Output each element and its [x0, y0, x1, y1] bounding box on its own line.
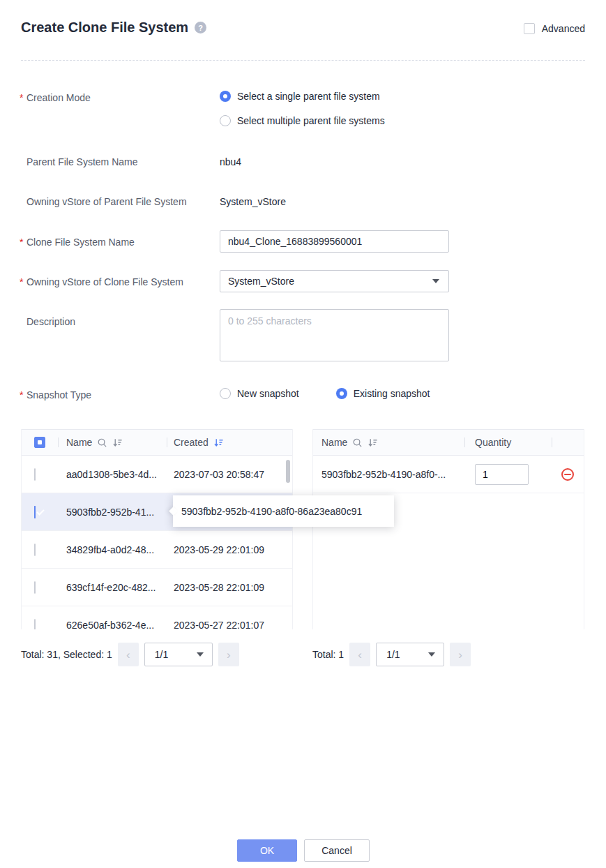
- clone-fs-name-label: * Clone File System Name: [20, 236, 215, 248]
- selected-table-pagination: Total: 1 ‹ 1/1 ›: [312, 643, 471, 666]
- quantity-column-header: Quantity: [475, 437, 511, 448]
- create-clone-file-system-dialog: Create Clone File System ? Advanced * Cr…: [0, 0, 606, 868]
- row-checkbox[interactable]: [34, 544, 36, 556]
- snapshot-row[interactable]: 639cf14f-e20c-482... 2023-05-28 22:01:09: [22, 569, 292, 606]
- radio-selected-icon[interactable]: [220, 91, 231, 102]
- snapshot-table-header: Name Created: [22, 429, 292, 456]
- page-title: Create Clone File System: [21, 20, 188, 36]
- snapshot-type-existing[interactable]: Existing snapshot: [354, 388, 430, 399]
- next-page-button[interactable]: ›: [218, 643, 239, 666]
- chevron-down-icon: [432, 279, 439, 283]
- parent-fs-name-label: Parent File System Name: [20, 156, 215, 168]
- creation-mode-label: * Creation Mode: [20, 91, 215, 104]
- snapshot-type-options: New snapshot Existing snapshot: [220, 388, 430, 399]
- row-checkbox[interactable]: [34, 619, 36, 630]
- snapshot-type-new[interactable]: New snapshot: [237, 388, 299, 399]
- advanced-checkbox[interactable]: [524, 23, 535, 34]
- creation-mode-option-multiple[interactable]: Select multiple parent file systems: [220, 115, 385, 126]
- description-label: Description: [20, 315, 215, 328]
- ok-button[interactable]: OK: [237, 839, 297, 862]
- sort-icon[interactable]: [112, 437, 123, 448]
- chevron-down-icon: [428, 652, 435, 657]
- creation-mode-option-single[interactable]: Select a single parent file system: [220, 91, 380, 102]
- owning-vstore-parent-value: System_vStore: [220, 195, 286, 208]
- chevron-down-icon: [197, 652, 204, 657]
- snapshot-row[interactable]: 34829fb4-a0d2-48... 2023-05-29 22:01:09: [22, 531, 292, 569]
- required-marker: *: [20, 91, 26, 104]
- sort-icon-active[interactable]: [213, 437, 224, 448]
- clone-fs-name-input[interactable]: [220, 230, 449, 253]
- help-icon[interactable]: ?: [195, 22, 206, 33]
- row-checkbox[interactable]: [34, 468, 36, 481]
- row-checkbox[interactable]: [34, 581, 36, 594]
- snapshot-type-label: * Snapshot Type: [20, 389, 215, 401]
- prev-page-button[interactable]: ‹: [349, 643, 370, 666]
- prev-page-button[interactable]: ‹: [118, 643, 139, 666]
- page-select[interactable]: 1/1: [376, 643, 444, 666]
- radio-unselected-icon[interactable]: [220, 115, 231, 126]
- owning-vstore-clone-select[interactable]: System_vStore: [220, 270, 449, 292]
- description-textarea[interactable]: [220, 309, 449, 361]
- name-column-header: Name: [66, 437, 92, 448]
- total-selected-count: Total: 31, Selected: 1: [21, 649, 112, 660]
- row-checkbox-checked[interactable]: [34, 506, 36, 518]
- snapshot-table-pagination: Total: 31, Selected: 1 ‹ 1/1 ›: [21, 643, 239, 666]
- next-page-button[interactable]: ›: [450, 643, 471, 666]
- search-icon[interactable]: [97, 437, 107, 448]
- radio-selected-icon[interactable]: [336, 388, 347, 399]
- snapshot-row[interactable]: aa0d1308-5be3-4d... 2023-07-03 20:58:47: [22, 456, 292, 493]
- snapshot-table: Name Created: [21, 429, 293, 629]
- name-column-header: Name: [321, 437, 347, 448]
- quantity-input[interactable]: [475, 464, 529, 485]
- header-divider: [21, 60, 585, 61]
- created-column-header: Created: [174, 437, 209, 448]
- owning-vstore-clone-label: * Owning vStore of Clone File System: [20, 276, 215, 288]
- total-count: Total: 1: [312, 649, 344, 660]
- snapshot-name-tooltip: 5903fbb2-952b-4190-a8f0-86a23ea80c91: [173, 495, 394, 527]
- remove-icon[interactable]: [561, 468, 574, 481]
- selected-table-header: Name Quantity: [313, 429, 584, 456]
- advanced-label: Advanced: [542, 23, 585, 34]
- action-column-header: [552, 430, 584, 455]
- selected-vstore-value: System_vStore: [228, 276, 294, 287]
- selected-snapshot-table: Name Quantity 5903fbb2-952b-4190-a8f0-..…: [312, 429, 584, 629]
- radio-unselected-icon[interactable]: [220, 388, 231, 399]
- sort-icon[interactable]: [368, 437, 378, 448]
- table-scrollbar[interactable]: [286, 460, 290, 483]
- parent-fs-name-value: nbu4: [220, 156, 241, 168]
- advanced-toggle[interactable]: Advanced: [524, 23, 585, 34]
- page-header: Create Clone File System ?: [21, 20, 206, 36]
- owning-vstore-parent-label: Owning vStore of Parent File System: [20, 195, 215, 208]
- selected-snapshot-row: 5903fbb2-952b-4190-a8f0-...: [313, 456, 584, 493]
- snapshot-row[interactable]: 626e50af-b362-4e... 2023-05-27 22:01:07: [22, 606, 292, 629]
- page-select[interactable]: 1/1: [144, 643, 213, 666]
- search-icon[interactable]: [352, 437, 363, 448]
- select-all-checkbox[interactable]: [34, 437, 45, 448]
- cancel-button[interactable]: Cancel: [304, 839, 370, 862]
